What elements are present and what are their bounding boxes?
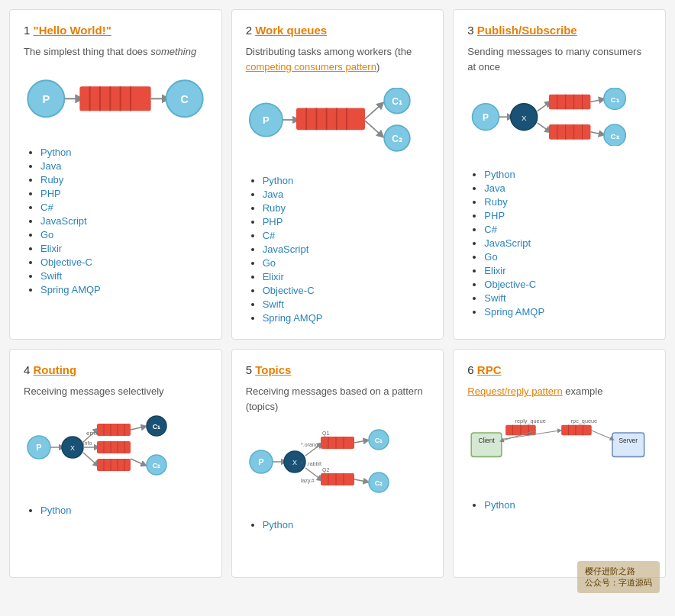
lang-link-elixir[interactable]: Elixir <box>40 243 62 254</box>
lang-link-python[interactable]: Python <box>263 175 293 186</box>
card-4-diagram: P X error info <box>24 407 208 493</box>
lang-link-java[interactable]: Java <box>484 182 505 194</box>
svg-text:Q2: Q2 <box>322 467 329 473</box>
card-5-link[interactable]: Topics <box>255 363 291 376</box>
list-item: Swift <box>263 298 430 310</box>
lang-link-js[interactable]: JavaScript <box>263 243 309 255</box>
lang-link-csharp[interactable]: C# <box>40 202 53 213</box>
card-routing: 4 Routing Receiving messages selectively… <box>9 349 222 578</box>
lang-link-java[interactable]: Java <box>263 189 283 200</box>
svg-text:C₂: C₂ <box>392 134 402 144</box>
svg-line-75 <box>131 427 144 430</box>
svg-line-101 <box>354 440 367 443</box>
lang-link-spring[interactable]: Spring AMQP <box>484 306 544 318</box>
lang-link-csharp[interactable]: C# <box>263 230 276 241</box>
lang-link-ruby[interactable]: Ruby <box>263 202 286 214</box>
card-5-title: 5 Topics <box>246 363 430 376</box>
card-6-title: 6 RPC <box>467 363 651 376</box>
card-4-link[interactable]: Routing <box>34 363 77 376</box>
lang-link-elixir[interactable]: Elixir <box>263 271 284 282</box>
svg-line-21 <box>365 105 382 119</box>
list-item: Python <box>484 168 651 180</box>
svg-text:P: P <box>258 457 263 466</box>
svg-text:C₂: C₂ <box>153 462 161 469</box>
list-item: Objective-C <box>263 284 430 296</box>
list-item: Objective-C <box>484 278 651 290</box>
lang-link-swift[interactable]: Swift <box>484 292 505 304</box>
lang-link-php[interactable]: PHP <box>484 210 505 221</box>
list-item: Java <box>40 160 208 172</box>
lang-link-swift[interactable]: Swift <box>40 270 62 282</box>
list-item: Python <box>40 146 208 158</box>
lang-link-objc[interactable]: Objective-C <box>484 279 536 290</box>
svg-text:reply_queue: reply_queue <box>515 417 546 424</box>
list-item: Java <box>484 182 651 194</box>
lang-link-php[interactable]: PHP <box>263 216 283 227</box>
lang-link-js[interactable]: JavaScript <box>40 215 87 227</box>
lang-link-objc[interactable]: Objective-C <box>263 285 315 296</box>
lang-link-python[interactable]: Python <box>263 519 293 531</box>
card-3-link[interactable]: Publish/Subscribe <box>477 24 577 37</box>
list-item: Swift <box>40 269 208 282</box>
svg-rect-39 <box>549 124 591 140</box>
card-1-link[interactable]: "Hello World!" <box>34 24 111 37</box>
svg-rect-70 <box>97 459 131 471</box>
card-3-diagram: P X <box>467 82 651 157</box>
svg-text:P: P <box>263 114 270 126</box>
lang-link-ruby[interactable]: Ruby <box>484 196 507 208</box>
list-item: Ruby <box>40 173 208 185</box>
lang-link-python[interactable]: Python <box>484 169 515 180</box>
card-5-languages: Python <box>246 518 430 531</box>
card-6-languages: Python <box>467 498 651 511</box>
card-hello-world: 1 "Hello World!" The simplest thing that… <box>9 9 222 340</box>
svg-text:Q1: Q1 <box>322 431 329 437</box>
svg-rect-91 <box>321 437 354 449</box>
card-5-desc: Receiving messages based on a pattern (t… <box>246 384 430 414</box>
list-item: Spring AMQP <box>484 305 651 318</box>
competing-consumers-link[interactable]: competing consumers pattern <box>246 61 376 73</box>
lang-link-go[interactable]: Go <box>263 257 276 269</box>
lang-link-ruby[interactable]: Ruby <box>40 174 63 185</box>
card-topics: 5 Topics Receiving messages based on a p… <box>231 349 444 578</box>
svg-line-76 <box>131 459 144 465</box>
list-item: Elixir <box>263 270 430 282</box>
lang-link-python[interactable]: Python <box>484 499 515 511</box>
card-3-title: 3 Publish/Subscribe <box>467 24 651 37</box>
list-item: PHP <box>484 209 651 221</box>
card-6-link[interactable]: RPC <box>477 363 502 376</box>
list-item: Objective-C <box>40 256 208 268</box>
svg-text:Server: Server <box>619 436 638 443</box>
request-reply-link[interactable]: Request/reply pattern <box>467 385 562 397</box>
lang-link-go[interactable]: Go <box>40 229 53 240</box>
list-item: Go <box>40 228 208 240</box>
list-item: JavaScript <box>484 237 651 249</box>
card-4-desc: Receiving messages selectively <box>24 384 208 399</box>
lang-link-elixir[interactable]: Elixir <box>484 265 505 276</box>
svg-line-32 <box>538 103 549 111</box>
lang-link-go[interactable]: Go <box>484 251 497 263</box>
lang-link-java[interactable]: Java <box>40 160 61 172</box>
list-item: Go <box>484 250 651 263</box>
lang-link-csharp[interactable]: C# <box>484 224 497 235</box>
card-2-link[interactable]: Work queues <box>255 24 327 37</box>
list-item: Python <box>484 498 651 511</box>
lang-link-swift[interactable]: Swift <box>263 298 284 310</box>
list-item: Python <box>40 504 208 516</box>
svg-text:X: X <box>70 444 75 452</box>
card-1-desc: The simplest thing that does something <box>24 44 208 60</box>
lang-link-spring[interactable]: Spring AMQP <box>40 284 101 295</box>
card-rpc: 6 RPC Request/reply pattern example Clie… <box>453 349 666 578</box>
list-item: C# <box>40 201 208 213</box>
lang-link-php[interactable]: PHP <box>40 188 61 199</box>
svg-text:C₁: C₁ <box>611 95 619 104</box>
list-item: Swift <box>484 292 651 304</box>
svg-text:*.*.rabbit: *.*.rabbit <box>301 461 321 466</box>
lang-link-js[interactable]: JavaScript <box>484 237 531 249</box>
lang-link-spring[interactable]: Spring AMQP <box>263 312 323 324</box>
lang-link-python[interactable]: Python <box>40 505 71 516</box>
lang-link-objc[interactable]: Objective-C <box>40 256 92 268</box>
card-6-desc: Request/reply pattern example <box>467 384 651 399</box>
svg-text:P: P <box>36 443 41 452</box>
lang-link-python[interactable]: Python <box>40 147 71 158</box>
list-item: C# <box>484 223 651 235</box>
